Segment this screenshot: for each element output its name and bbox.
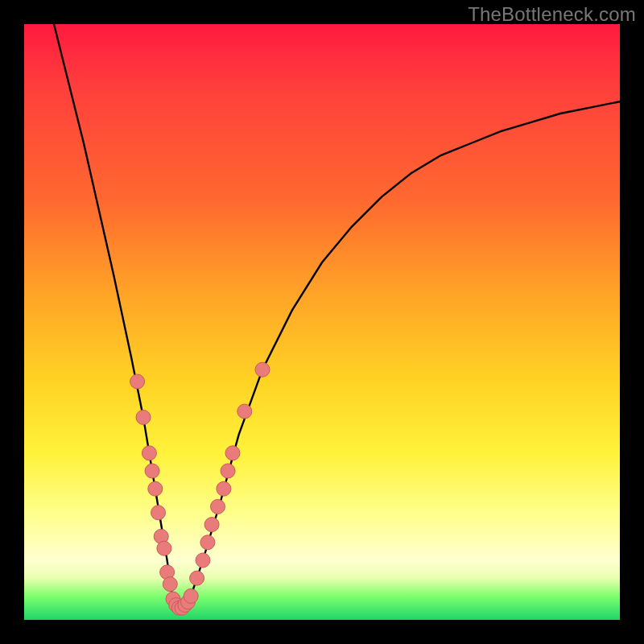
curve-marker [200, 535, 215, 550]
plot-area [24, 24, 620, 620]
curve-marker [221, 464, 235, 478]
curve-marker [130, 374, 145, 389]
curve-marker [196, 553, 210, 568]
curve-marker [163, 577, 177, 592]
curve-marker [237, 404, 252, 419]
marker-layer [130, 362, 270, 615]
watermark-text: TheBottleneck.com [468, 3, 636, 26]
curve-marker [157, 541, 171, 555]
curve-marker [217, 481, 231, 496]
curve-marker [145, 464, 159, 478]
curve-marker [211, 499, 225, 514]
curve-marker [255, 362, 270, 377]
curve-layer [24, 24, 620, 620]
curve-marker [204, 518, 219, 532]
curve-marker [225, 446, 240, 460]
curve-marker [148, 481, 163, 496]
bottleneck-curve [54, 24, 620, 608]
curve-marker [136, 410, 151, 424]
curve-marker [184, 588, 198, 603]
curve-marker [142, 446, 156, 460]
curve-marker [190, 571, 204, 585]
chart-frame: TheBottleneck.com [0, 0, 644, 644]
curve-marker [151, 506, 166, 520]
